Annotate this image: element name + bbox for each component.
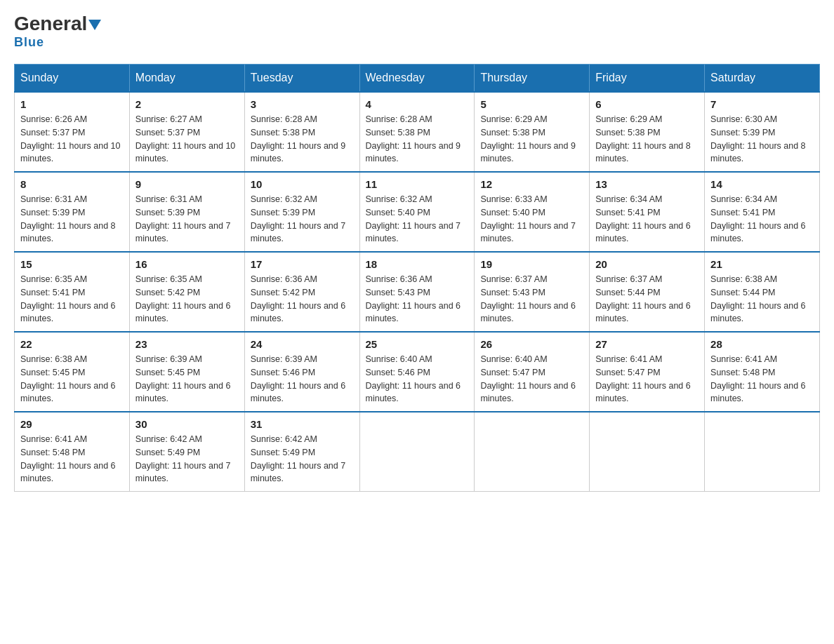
calendar-week-row: 15Sunrise: 6:35 AMSunset: 5:41 PMDayligh… — [15, 252, 820, 332]
day-info: Sunrise: 6:38 AMSunset: 5:45 PMDaylight:… — [20, 353, 124, 405]
day-number: 25 — [366, 338, 469, 350]
weekday-header-sunday: Sunday — [15, 65, 130, 93]
day-info: Sunrise: 6:28 AMSunset: 5:38 PMDaylight:… — [251, 113, 354, 166]
logo: General Blue — [14, 14, 101, 50]
calendar-day-cell: 11Sunrise: 6:32 AMSunset: 5:40 PMDayligh… — [359, 172, 475, 252]
day-info: Sunrise: 6:27 AMSunset: 5:37 PMDaylight:… — [135, 113, 239, 166]
calendar-day-cell: 1Sunrise: 6:26 AMSunset: 5:37 PMDaylight… — [15, 92, 130, 172]
calendar-week-row: 22Sunrise: 6:38 AMSunset: 5:45 PMDayligh… — [15, 332, 820, 412]
day-info: Sunrise: 6:31 AMSunset: 5:39 PMDaylight:… — [20, 193, 124, 246]
calendar-week-row: 1Sunrise: 6:26 AMSunset: 5:37 PMDaylight… — [15, 92, 820, 172]
logo-blue-text: Blue — [14, 35, 44, 50]
calendar-table: SundayMondayTuesdayWednesdayThursdayFrid… — [14, 64, 820, 492]
day-number: 8 — [20, 178, 124, 190]
calendar-day-cell — [475, 412, 590, 492]
day-number: 13 — [595, 178, 699, 190]
day-info: Sunrise: 6:26 AMSunset: 5:37 PMDaylight:… — [20, 113, 124, 166]
calendar-day-cell: 19Sunrise: 6:37 AMSunset: 5:43 PMDayligh… — [475, 252, 590, 332]
day-number: 9 — [135, 178, 239, 190]
weekday-header-thursday: Thursday — [475, 65, 590, 93]
calendar-day-cell: 14Sunrise: 6:34 AMSunset: 5:41 PMDayligh… — [705, 172, 820, 252]
day-number: 12 — [480, 178, 583, 190]
calendar-week-row: 8Sunrise: 6:31 AMSunset: 5:39 PMDaylight… — [15, 172, 820, 252]
day-info: Sunrise: 6:41 AMSunset: 5:47 PMDaylight:… — [595, 353, 699, 405]
day-info: Sunrise: 6:34 AMSunset: 5:41 PMDaylight:… — [595, 193, 699, 246]
weekday-header-tuesday: Tuesday — [244, 65, 359, 93]
calendar-day-cell: 28Sunrise: 6:41 AMSunset: 5:48 PMDayligh… — [705, 332, 820, 412]
day-number: 3 — [251, 98, 354, 110]
day-number: 26 — [480, 338, 583, 350]
weekday-header-row: SundayMondayTuesdayWednesdayThursdayFrid… — [15, 65, 820, 93]
day-info: Sunrise: 6:41 AMSunset: 5:48 PMDaylight:… — [20, 433, 124, 485]
day-number: 28 — [710, 338, 814, 350]
day-number: 6 — [595, 98, 699, 110]
calendar-day-cell: 13Sunrise: 6:34 AMSunset: 5:41 PMDayligh… — [590, 172, 705, 252]
day-number: 11 — [366, 178, 469, 190]
day-info: Sunrise: 6:29 AMSunset: 5:38 PMDaylight:… — [595, 113, 699, 166]
day-number: 23 — [135, 338, 239, 350]
day-number: 14 — [710, 178, 814, 190]
calendar-day-cell: 8Sunrise: 6:31 AMSunset: 5:39 PMDaylight… — [15, 172, 130, 252]
day-number: 18 — [366, 258, 469, 270]
day-info: Sunrise: 6:28 AMSunset: 5:38 PMDaylight:… — [366, 113, 469, 166]
day-number: 19 — [480, 258, 583, 270]
calendar-day-cell: 23Sunrise: 6:39 AMSunset: 5:45 PMDayligh… — [129, 332, 244, 412]
day-info: Sunrise: 6:31 AMSunset: 5:39 PMDaylight:… — [135, 193, 239, 246]
day-info: Sunrise: 6:30 AMSunset: 5:39 PMDaylight:… — [710, 113, 814, 166]
logo-text: General — [14, 14, 101, 34]
day-number: 20 — [595, 258, 699, 270]
day-number: 10 — [251, 178, 354, 190]
page-header: General Blue — [14, 14, 820, 50]
calendar-day-cell: 7Sunrise: 6:30 AMSunset: 5:39 PMDaylight… — [705, 92, 820, 172]
day-number: 17 — [251, 258, 354, 270]
calendar-day-cell: 4Sunrise: 6:28 AMSunset: 5:38 PMDaylight… — [359, 92, 475, 172]
day-number: 7 — [710, 98, 814, 110]
day-info: Sunrise: 6:39 AMSunset: 5:45 PMDaylight:… — [135, 353, 239, 405]
day-info: Sunrise: 6:40 AMSunset: 5:46 PMDaylight:… — [366, 353, 469, 405]
calendar-day-cell: 22Sunrise: 6:38 AMSunset: 5:45 PMDayligh… — [15, 332, 130, 412]
weekday-header-monday: Monday — [129, 65, 244, 93]
day-number: 4 — [366, 98, 469, 110]
calendar-week-row: 29Sunrise: 6:41 AMSunset: 5:48 PMDayligh… — [15, 412, 820, 492]
calendar-day-cell: 6Sunrise: 6:29 AMSunset: 5:38 PMDaylight… — [590, 92, 705, 172]
calendar-day-cell: 17Sunrise: 6:36 AMSunset: 5:42 PMDayligh… — [244, 252, 359, 332]
day-info: Sunrise: 6:32 AMSunset: 5:39 PMDaylight:… — [251, 193, 354, 246]
day-info: Sunrise: 6:32 AMSunset: 5:40 PMDaylight:… — [366, 193, 469, 246]
calendar-day-cell: 3Sunrise: 6:28 AMSunset: 5:38 PMDaylight… — [244, 92, 359, 172]
calendar-day-cell: 21Sunrise: 6:38 AMSunset: 5:44 PMDayligh… — [705, 252, 820, 332]
calendar-day-cell: 15Sunrise: 6:35 AMSunset: 5:41 PMDayligh… — [15, 252, 130, 332]
calendar-day-cell: 29Sunrise: 6:41 AMSunset: 5:48 PMDayligh… — [15, 412, 130, 492]
calendar-day-cell: 27Sunrise: 6:41 AMSunset: 5:47 PMDayligh… — [590, 332, 705, 412]
calendar-day-cell: 31Sunrise: 6:42 AMSunset: 5:49 PMDayligh… — [244, 412, 359, 492]
day-info: Sunrise: 6:36 AMSunset: 5:43 PMDaylight:… — [366, 273, 469, 326]
calendar-day-cell: 5Sunrise: 6:29 AMSunset: 5:38 PMDaylight… — [475, 92, 590, 172]
calendar-day-cell: 10Sunrise: 6:32 AMSunset: 5:39 PMDayligh… — [244, 172, 359, 252]
calendar-day-cell: 12Sunrise: 6:33 AMSunset: 5:40 PMDayligh… — [475, 172, 590, 252]
weekday-header-friday: Friday — [590, 65, 705, 93]
day-info: Sunrise: 6:34 AMSunset: 5:41 PMDaylight:… — [710, 193, 814, 246]
day-number: 5 — [480, 98, 583, 110]
day-info: Sunrise: 6:42 AMSunset: 5:49 PMDaylight:… — [251, 433, 354, 485]
day-number: 29 — [20, 418, 124, 430]
calendar-day-cell: 2Sunrise: 6:27 AMSunset: 5:37 PMDaylight… — [129, 92, 244, 172]
weekday-header-wednesday: Wednesday — [359, 65, 475, 93]
calendar-day-cell: 30Sunrise: 6:42 AMSunset: 5:49 PMDayligh… — [129, 412, 244, 492]
day-info: Sunrise: 6:35 AMSunset: 5:41 PMDaylight:… — [20, 273, 124, 326]
calendar-day-cell — [705, 412, 820, 492]
calendar-day-cell: 25Sunrise: 6:40 AMSunset: 5:46 PMDayligh… — [359, 332, 475, 412]
day-number: 31 — [251, 418, 354, 430]
calendar-day-cell: 24Sunrise: 6:39 AMSunset: 5:46 PMDayligh… — [244, 332, 359, 412]
calendar-day-cell: 26Sunrise: 6:40 AMSunset: 5:47 PMDayligh… — [475, 332, 590, 412]
day-number: 24 — [251, 338, 354, 350]
calendar-day-cell: 9Sunrise: 6:31 AMSunset: 5:39 PMDaylight… — [129, 172, 244, 252]
day-info: Sunrise: 6:37 AMSunset: 5:44 PMDaylight:… — [595, 273, 699, 326]
calendar-day-cell: 16Sunrise: 6:35 AMSunset: 5:42 PMDayligh… — [129, 252, 244, 332]
day-number: 2 — [135, 98, 239, 110]
day-info: Sunrise: 6:37 AMSunset: 5:43 PMDaylight:… — [480, 273, 583, 326]
day-number: 1 — [20, 98, 124, 110]
day-number: 22 — [20, 338, 124, 350]
day-info: Sunrise: 6:42 AMSunset: 5:49 PMDaylight:… — [135, 433, 239, 485]
day-number: 27 — [595, 338, 699, 350]
day-info: Sunrise: 6:35 AMSunset: 5:42 PMDaylight:… — [135, 273, 239, 326]
weekday-header-saturday: Saturday — [705, 65, 820, 93]
